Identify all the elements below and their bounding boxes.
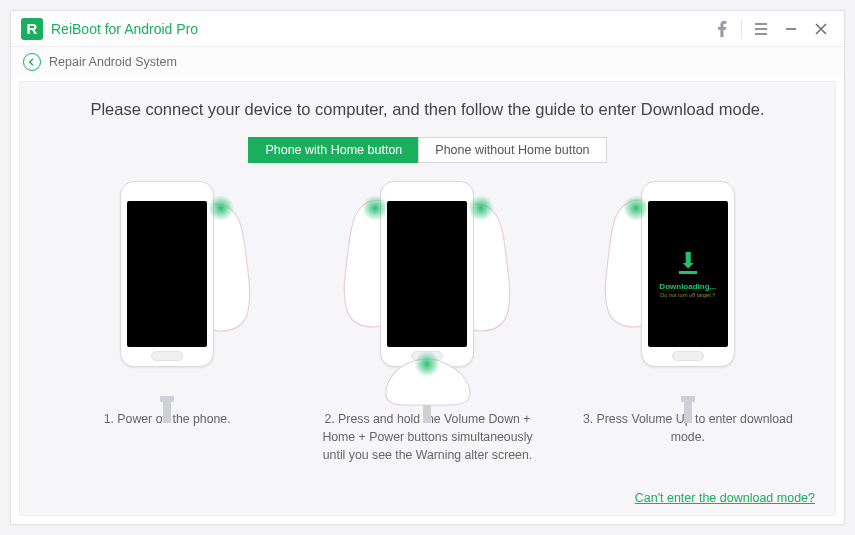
steps-row: 1. Power off the phone.: [42, 181, 813, 503]
phone-screen-download: ⬇ Downloading... Do not turn off target …: [648, 201, 728, 347]
help-link[interactable]: Can't enter the download mode?: [635, 491, 815, 505]
app-logo-icon: R: [21, 18, 43, 40]
step-2: 2. Press and hold the Volume Down + Home…: [307, 181, 547, 464]
menu-icon[interactable]: [746, 14, 776, 44]
breadcrumb-title: Repair Android System: [49, 55, 177, 69]
page-headline: Please connect your device to computer, …: [42, 100, 813, 119]
phone-screen: [127, 201, 207, 347]
press-indicator-icon: [208, 195, 234, 221]
cable-icon: [163, 401, 171, 423]
step-3-illustration: ⬇ Downloading... Do not turn off target …: [613, 181, 763, 401]
app-window: R ReiBoot for Android Pro Repair Android…: [10, 10, 845, 525]
content-panel: Please connect your device to computer, …: [19, 81, 836, 516]
download-bar-icon: [679, 271, 697, 274]
close-icon[interactable]: [806, 14, 836, 44]
download-title: Downloading...: [659, 282, 716, 291]
phone-icon: ⬇ Downloading... Do not turn off target …: [641, 181, 735, 367]
subheader: Repair Android System: [11, 47, 844, 77]
step-3: ⬇ Downloading... Do not turn off target …: [568, 181, 808, 447]
facebook-icon[interactable]: [707, 14, 737, 44]
step-1: 1. Power off the phone.: [47, 181, 287, 429]
tab-with-home[interactable]: Phone with Home button: [248, 137, 418, 163]
download-arrow-icon: ⬇: [679, 250, 697, 272]
phone-screen: [387, 201, 467, 347]
titlebar: R ReiBoot for Android Pro: [11, 11, 844, 47]
home-button-icon: [672, 351, 704, 361]
step-2-illustration: [352, 181, 502, 401]
separator: [741, 20, 742, 38]
tab-without-home[interactable]: Phone without Home button: [418, 137, 606, 163]
phone-icon: [120, 181, 214, 367]
cable-icon: [684, 401, 692, 423]
step-1-illustration: [92, 181, 242, 401]
phone-icon: [380, 181, 474, 367]
back-button[interactable]: [23, 53, 41, 71]
download-subtitle: Do not turn off target !!: [660, 292, 715, 298]
minimize-icon[interactable]: [776, 14, 806, 44]
home-button-icon: [151, 351, 183, 361]
press-indicator-icon: [623, 195, 649, 221]
logo-letter: R: [27, 20, 38, 37]
tab-group: Phone with Home button Phone without Hom…: [42, 137, 813, 163]
app-title: ReiBoot for Android Pro: [51, 21, 198, 37]
